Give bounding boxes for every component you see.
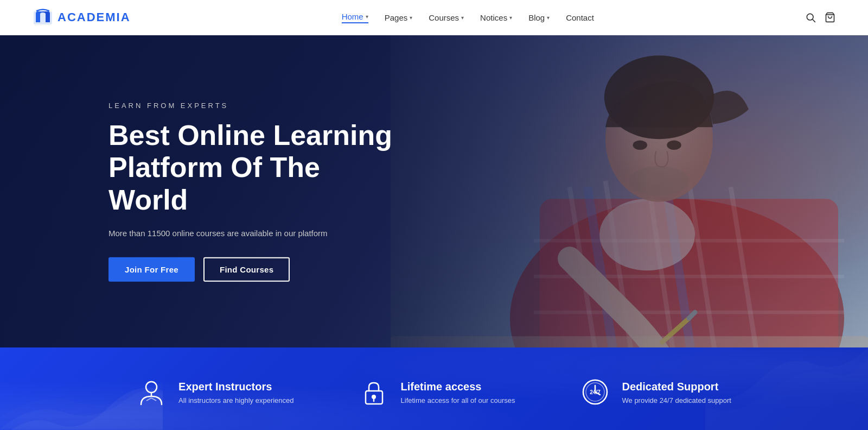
- feature-expert-instructors: Expert Instructors All instructors are h…: [137, 377, 293, 407]
- nav-item-courses[interactable]: Courses ▾: [429, 13, 464, 22]
- hero-description: More than 11500 online courses are avail…: [108, 229, 407, 238]
- feature-title-expert: Expert Instructors: [178, 381, 293, 393]
- nav-menu: Home ▾ Pages ▾ Courses ▾ Notices ▾ Blog: [342, 12, 594, 23]
- chevron-down-icon: ▾: [366, 14, 368, 20]
- chevron-down-icon: ▾: [547, 15, 550, 21]
- search-icon[interactable]: [805, 12, 816, 23]
- feature-desc-support: We provide 24/7 dedicated support: [622, 396, 731, 404]
- svg-line-2: [813, 20, 815, 22]
- feature-dedicated-support: 24/7 Dedicated Support We provide 24/7 d…: [580, 377, 731, 407]
- features-section: Expert Instructors All instructors are h…: [0, 347, 868, 430]
- svg-line-29: [151, 398, 156, 401]
- logo-icon: [33, 7, 53, 28]
- logo[interactable]: ACADEMIA: [33, 7, 131, 28]
- cart-icon[interactable]: [825, 12, 835, 23]
- feature-desc-expert: All instructors are highly experienced: [178, 396, 293, 404]
- nav-link-pages[interactable]: Pages ▾: [385, 13, 413, 22]
- clock-247-icon: 24/7: [580, 377, 610, 407]
- hero-subtitle: LEARN FROM EXPERTS: [108, 101, 407, 109]
- person-icon: [137, 377, 167, 407]
- chevron-down-icon: ▾: [410, 15, 412, 21]
- navbar: ACADEMIA Home ▾ Pages ▾ Courses ▾ Notice…: [0, 0, 868, 35]
- features-list: Expert Instructors All instructors are h…: [0, 377, 868, 407]
- chevron-down-icon: ▾: [509, 15, 512, 21]
- nav-link-home[interactable]: Home ▾: [342, 12, 368, 23]
- feature-desc-lifetime: Lifetime access for all of our courses: [401, 396, 515, 404]
- brand-name: ACADEMIA: [58, 10, 131, 24]
- hero-content: LEARN FROM EXPERTS Best Online Learning …: [108, 101, 407, 281]
- nav-link-blog[interactable]: Blog ▾: [528, 13, 550, 22]
- feature-title-support: Dedicated Support: [622, 381, 731, 393]
- nav-link-courses[interactable]: Courses ▾: [429, 13, 464, 22]
- chevron-down-icon: ▾: [461, 15, 464, 21]
- nav-item-blog[interactable]: Blog ▾: [528, 13, 550, 22]
- feature-title-lifetime: Lifetime access: [401, 381, 515, 393]
- nav-icons: [805, 12, 835, 23]
- join-free-button[interactable]: Join For Free: [108, 257, 195, 282]
- nav-item-contact[interactable]: Contact: [566, 13, 594, 22]
- hero-title: Best Online Learning Platform Of The Wor…: [108, 119, 407, 216]
- expert-instructors-text: Expert Instructors All instructors are h…: [178, 381, 293, 404]
- svg-text:24/7: 24/7: [590, 389, 601, 395]
- find-courses-button[interactable]: Find Courses: [203, 257, 290, 282]
- nav-link-notices[interactable]: Notices ▾: [480, 13, 512, 22]
- lock-icon: [359, 377, 389, 407]
- svg-point-26: [146, 382, 157, 393]
- hero-buttons: Join For Free Find Courses: [108, 257, 407, 282]
- lifetime-access-text: Lifetime access Lifetime access for all …: [401, 381, 515, 404]
- nav-link-contact[interactable]: Contact: [566, 13, 594, 22]
- dedicated-support-text: Dedicated Support We provide 24/7 dedica…: [622, 381, 731, 404]
- svg-line-28: [146, 398, 151, 401]
- feature-lifetime-access: Lifetime access Lifetime access for all …: [359, 377, 515, 407]
- hero-section: LEARN FROM EXPERTS Best Online Learning …: [0, 35, 868, 347]
- nav-item-pages[interactable]: Pages ▾: [385, 13, 413, 22]
- nav-item-home[interactable]: Home ▾: [342, 12, 368, 23]
- nav-item-notices[interactable]: Notices ▾: [480, 13, 512, 22]
